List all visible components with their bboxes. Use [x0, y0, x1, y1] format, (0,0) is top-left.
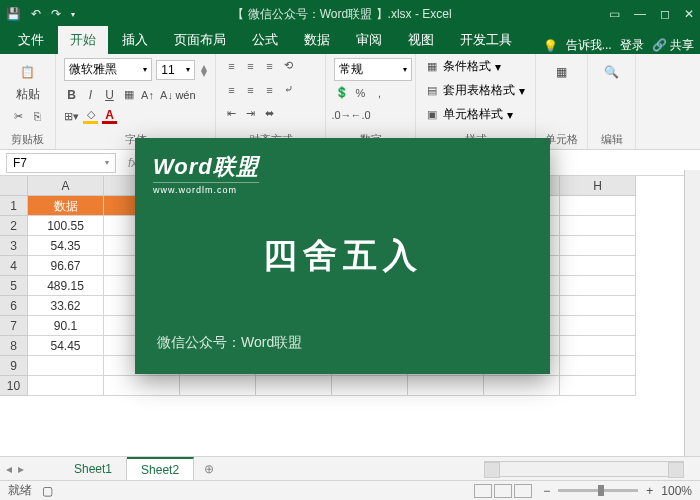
table-format-button[interactable]: ▤套用表格格式 ▾	[424, 82, 527, 99]
view-normal-icon[interactable]	[474, 484, 492, 498]
sheet-nav-next-icon[interactable]: ▸	[18, 462, 24, 476]
minimize-icon[interactable]: —	[634, 7, 646, 21]
redo-icon[interactable]: ↷	[51, 7, 61, 21]
grow-font-icon[interactable]: A↑	[140, 87, 155, 102]
align-center-icon[interactable]: ≡	[243, 82, 258, 97]
cell[interactable]	[104, 376, 180, 396]
maximize-icon[interactable]: ◻	[660, 7, 670, 21]
orientation-icon[interactable]: ⟲	[281, 58, 296, 73]
border-button[interactable]: ▦	[121, 87, 136, 102]
inc-decimal-icon[interactable]: .0→	[334, 108, 349, 123]
cell[interactable]	[28, 376, 104, 396]
cell[interactable]	[560, 296, 636, 316]
tab-file[interactable]: 文件	[6, 26, 56, 54]
copy-icon[interactable]: ⎘	[30, 109, 45, 124]
cell[interactable]	[256, 376, 332, 396]
font-size-select[interactable]: 11▾	[156, 60, 195, 80]
row-header[interactable]: 6	[0, 296, 28, 316]
indent-inc-icon[interactable]: ⇥	[243, 106, 258, 121]
align-bottom-icon[interactable]: ≡	[262, 58, 277, 73]
macro-record-icon[interactable]: ▢	[42, 484, 53, 498]
sheet-tab[interactable]: Sheet2	[127, 457, 194, 482]
cell[interactable]: 54.35	[28, 236, 104, 256]
cell[interactable]	[560, 316, 636, 336]
tell-me[interactable]: 告诉我...	[566, 37, 612, 54]
cond-format-button[interactable]: ▦条件格式 ▾	[424, 58, 527, 75]
comma-icon[interactable]: ,	[372, 85, 387, 100]
cell[interactable]: 数据	[28, 196, 104, 216]
tab-home[interactable]: 开始	[58, 26, 108, 54]
row-header[interactable]: 3	[0, 236, 28, 256]
tab-view[interactable]: 视图	[396, 26, 446, 54]
cell[interactable]: 100.55	[28, 216, 104, 236]
indent-dec-icon[interactable]: ⇤	[224, 106, 239, 121]
font-color-button[interactable]: A	[102, 109, 117, 124]
cell[interactable]	[408, 376, 484, 396]
share[interactable]: 🔗 共享	[652, 37, 694, 54]
cell[interactable]: 96.67	[28, 256, 104, 276]
sheet-tab[interactable]: Sheet1	[60, 458, 127, 480]
cell[interactable]	[484, 376, 560, 396]
row-header[interactable]: 5	[0, 276, 28, 296]
cut-icon[interactable]: ✂	[11, 109, 26, 124]
phonetic-icon[interactable]: wén	[178, 87, 193, 102]
shrink-font-icon[interactable]: A↓	[159, 87, 174, 102]
cell[interactable]	[560, 336, 636, 356]
zoom-value[interactable]: 100%	[661, 484, 692, 498]
cell[interactable]	[560, 236, 636, 256]
col-header[interactable]: H	[560, 176, 636, 196]
cell[interactable]	[28, 356, 104, 376]
zoom-out-icon[interactable]: −	[543, 484, 550, 498]
dec-decimal-icon[interactable]: ←.0	[353, 108, 368, 123]
login[interactable]: 登录	[620, 37, 644, 54]
wrap-icon[interactable]: ⤶	[281, 82, 296, 97]
align-top-icon[interactable]: ≡	[224, 58, 239, 73]
cell[interactable]	[560, 256, 636, 276]
qat-dropdown-icon[interactable]: ▾	[71, 10, 75, 19]
cell[interactable]: 489.15	[28, 276, 104, 296]
cell[interactable]: 54.45	[28, 336, 104, 356]
view-layout-icon[interactable]	[494, 484, 512, 498]
row-header[interactable]: 7	[0, 316, 28, 336]
underline-button[interactable]: U	[102, 87, 117, 102]
cell[interactable]: 90.1	[28, 316, 104, 336]
close-icon[interactable]: ✕	[684, 7, 694, 21]
row-header[interactable]: 9	[0, 356, 28, 376]
name-box[interactable]: F7▾	[6, 153, 116, 173]
edit-button[interactable]: 🔍	[596, 58, 627, 86]
number-format-select[interactable]: 常规▾	[334, 58, 412, 81]
font-size-stepper[interactable]: ▴▾	[201, 64, 207, 76]
fill-color-button[interactable]: ◇	[83, 109, 98, 124]
align-right-icon[interactable]: ≡	[262, 82, 277, 97]
select-all-corner[interactable]	[0, 176, 28, 196]
border-dropdown[interactable]: ⊞▾	[64, 109, 79, 124]
undo-icon[interactable]: ↶	[31, 7, 41, 21]
align-left-icon[interactable]: ≡	[224, 82, 239, 97]
merge-icon[interactable]: ⬌	[262, 106, 277, 121]
cell[interactable]	[560, 276, 636, 296]
col-header[interactable]: A	[28, 176, 104, 196]
tab-layout[interactable]: 页面布局	[162, 26, 238, 54]
cell[interactable]	[560, 356, 636, 376]
bold-button[interactable]: B	[64, 87, 79, 102]
vertical-scrollbar[interactable]	[684, 170, 700, 456]
paste-button[interactable]: 📋 粘贴	[8, 58, 47, 105]
zoom-slider[interactable]	[558, 489, 638, 492]
tab-formula[interactable]: 公式	[240, 26, 290, 54]
row-header[interactable]: 2	[0, 216, 28, 236]
horizontal-scrollbar[interactable]	[484, 461, 684, 477]
cell[interactable]	[560, 376, 636, 396]
row-header[interactable]: 1	[0, 196, 28, 216]
cell[interactable]	[560, 216, 636, 236]
italic-button[interactable]: I	[83, 87, 98, 102]
tab-dev[interactable]: 开发工具	[448, 26, 524, 54]
cell[interactable]	[332, 376, 408, 396]
save-icon[interactable]: 💾	[6, 7, 21, 21]
align-middle-icon[interactable]: ≡	[243, 58, 258, 73]
zoom-in-icon[interactable]: +	[646, 484, 653, 498]
font-name-select[interactable]: 微软雅黑▾	[64, 58, 152, 81]
currency-icon[interactable]: 💲	[334, 85, 349, 100]
percent-icon[interactable]: %	[353, 85, 368, 100]
cells-button[interactable]: ▦	[544, 58, 579, 86]
add-sheet-icon[interactable]: ⊕	[194, 462, 224, 476]
